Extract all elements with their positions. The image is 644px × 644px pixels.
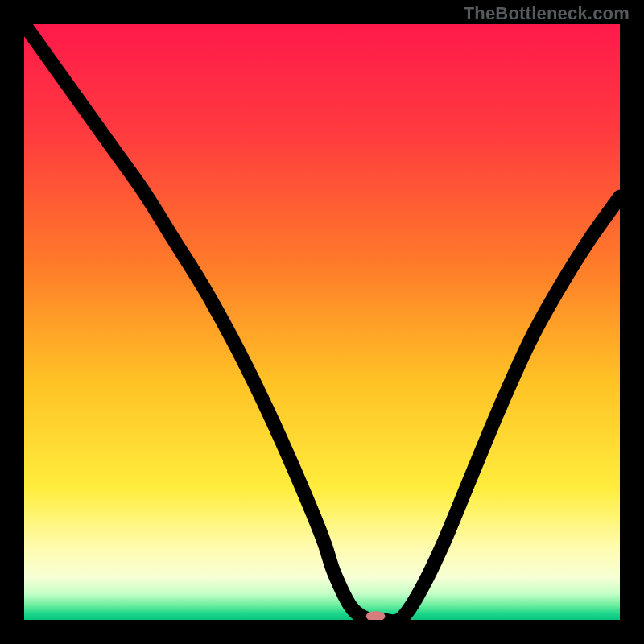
chart-svg <box>24 24 620 620</box>
plot-area <box>24 24 620 620</box>
watermark-text: TheBottleneck.com <box>464 3 630 24</box>
chart-frame: TheBottleneck.com <box>0 0 644 644</box>
